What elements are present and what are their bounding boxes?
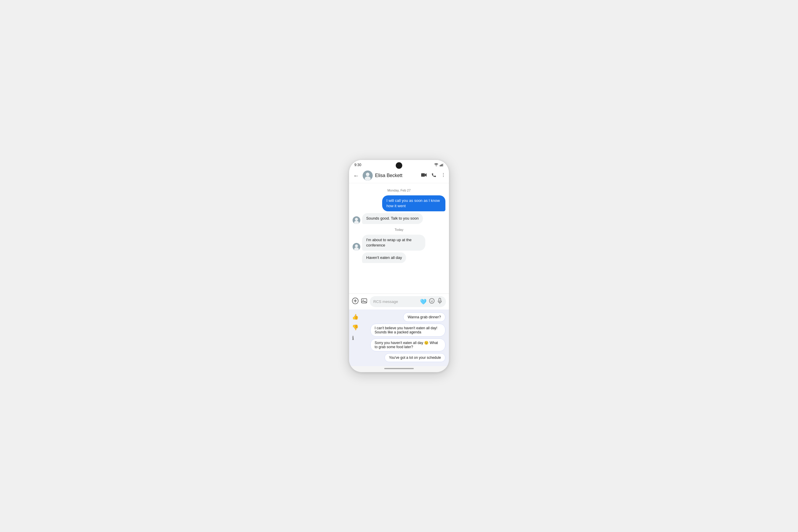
smart-reply-chip-2[interactable]: I can't believe you haven't eaten all da…: [370, 324, 445, 337]
heart-icon[interactable]: 🩵: [420, 299, 426, 305]
smart-reply-side-icons: 👍 👎 ℹ: [352, 314, 359, 341]
chat-header: ← Elisa Beckett: [349, 168, 449, 183]
smart-reply-chip-3[interactable]: Sorry you haven't eaten all day 😟 What t…: [370, 338, 445, 352]
svg-point-9: [443, 174, 444, 175]
status-time: 9:30: [354, 163, 361, 167]
mic-button[interactable]: [437, 298, 442, 305]
phone-call-button[interactable]: [431, 172, 437, 179]
message-row: I'm about to wrap up at the conference: [353, 235, 445, 251]
smart-reply-chip-1[interactable]: Wanna grab dinner?: [403, 312, 445, 322]
header-actions: [421, 172, 446, 179]
message-row: Sounds good. Talk to you soon: [353, 213, 445, 224]
message-bubble-sent-1: I will call you as soon as I know how it…: [382, 195, 445, 211]
svg-point-22: [432, 300, 433, 301]
date-divider-monday: Monday, Feb 27: [349, 189, 449, 192]
contact-name[interactable]: Elisa Beckett: [375, 173, 402, 178]
svg-point-15: [355, 244, 358, 247]
svg-point-19: [363, 300, 363, 301]
thumbs-up-icon[interactable]: 👍: [352, 314, 359, 320]
svg-point-5: [366, 173, 369, 176]
date-divider-today: Today: [349, 228, 449, 231]
svg-rect-0: [440, 165, 440, 166]
message-bubble-received-3: Haven't eaten all day: [362, 252, 406, 263]
chat-input-bar: RCS message 🩵: [349, 293, 449, 309]
info-icon[interactable]: ℹ: [352, 335, 359, 341]
contact-avatar: [363, 171, 373, 180]
svg-point-20: [430, 299, 435, 304]
svg-point-12: [355, 218, 358, 221]
message-bubble-received-1: Sounds good. Talk to you soon: [362, 213, 423, 224]
status-bar: 9:30: [349, 160, 449, 168]
video-call-button[interactable]: [421, 173, 427, 179]
image-button[interactable]: [361, 298, 367, 306]
message-input-field[interactable]: RCS message 🩵: [370, 296, 446, 307]
input-placeholder: RCS message: [373, 299, 418, 304]
svg-rect-1: [441, 165, 441, 167]
received-avatar: [353, 216, 360, 224]
signal-icon: [440, 163, 444, 167]
svg-point-6: [365, 176, 370, 180]
more-options-button[interactable]: [441, 172, 446, 179]
svg-point-8: [443, 173, 444, 173]
phone-frame: 9:30 ←: [349, 159, 449, 373]
home-bar: [384, 368, 414, 369]
smart-reply-chip-4[interactable]: You've got a lot on your schedule: [384, 353, 445, 362]
svg-rect-23: [439, 298, 441, 302]
chat-body: Monday, Feb 27 I will call you as soon a…: [349, 183, 449, 293]
status-icons: [434, 163, 444, 167]
received-avatar-2: [353, 243, 360, 251]
home-indicator: [349, 366, 449, 372]
smart-reply-area: 👍 👎 ℹ Wanna grab dinner? I can't believe…: [349, 309, 449, 366]
emoji-button[interactable]: [429, 298, 435, 305]
message-row: Haven't eaten all day: [353, 252, 445, 263]
add-button[interactable]: [352, 298, 359, 306]
message-row: I will call you as soon as I know how it…: [353, 195, 445, 211]
header-left: ← Elisa Beckett: [352, 171, 419, 180]
thumbs-down-icon[interactable]: 👎: [352, 324, 359, 331]
svg-rect-2: [442, 164, 442, 166]
wifi-icon: [434, 163, 438, 167]
back-button[interactable]: ←: [352, 171, 360, 180]
svg-point-10: [443, 176, 444, 177]
message-bubble-received-2: I'm about to wrap up at the conference: [362, 235, 425, 251]
svg-point-21: [431, 300, 432, 301]
svg-rect-7: [421, 173, 425, 177]
svg-rect-3: [443, 164, 444, 166]
camera-notch: [396, 162, 402, 169]
